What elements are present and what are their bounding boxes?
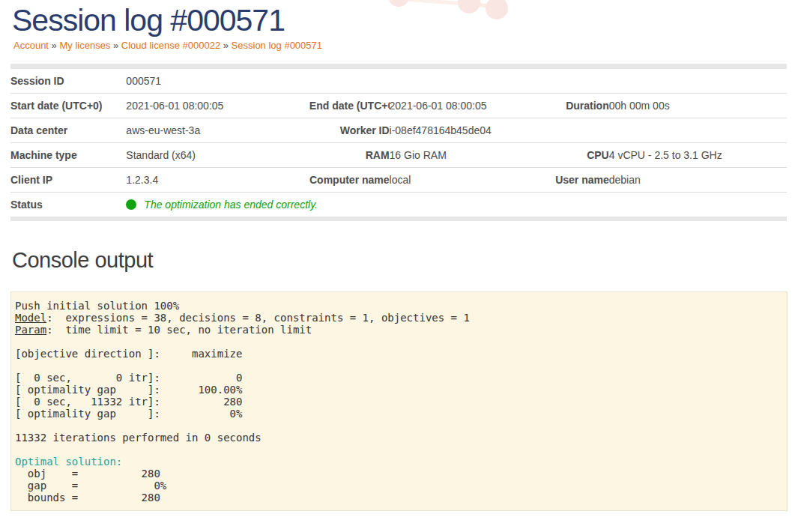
breadcrumb-separator: » bbox=[110, 40, 121, 51]
field-value: 1.2.3.4 bbox=[126, 168, 309, 193]
field-label: Data center bbox=[10, 118, 126, 143]
table-row: Start date (UTC+0)2021-06-01 08:00:05End… bbox=[10, 94, 787, 118]
field-value: 00h 00m 00s bbox=[609, 94, 787, 118]
field-label: Client IP bbox=[10, 168, 126, 193]
table-row: Data centeraws-eu-west-3aWorker IDi-08ef… bbox=[10, 118, 787, 143]
console-text: Push initial solution 100% bbox=[15, 300, 179, 312]
field-label: Duration bbox=[534, 94, 608, 118]
console-text: [objective direction ]: maximize bbox=[15, 348, 242, 360]
console-highlight-text: Optimal solution: bbox=[15, 456, 122, 468]
field-label: Machine type bbox=[10, 143, 126, 168]
field-label: End date (UTC+0) bbox=[309, 94, 390, 118]
console-text: [ optimality gap ]: 0% bbox=[15, 408, 242, 420]
field-label: Status bbox=[10, 193, 126, 220]
field-value: 2021-06-01 08:00:05 bbox=[390, 94, 535, 118]
breadcrumb-link-1[interactable]: Account bbox=[13, 40, 49, 51]
field-value: i-08ef478164b45de04 bbox=[390, 118, 787, 143]
field-value: Standard (x64) bbox=[126, 143, 309, 168]
table-row: Machine typeStandard (x64)RAM16 Gio RAMC… bbox=[10, 143, 787, 168]
status-message: The optimization has ended correctly. bbox=[144, 199, 318, 211]
field-label: Start date (UTC+0) bbox=[10, 94, 126, 118]
breadcrumb-separator: » bbox=[220, 40, 231, 51]
console-output: Push initial solution 100% Model: expres… bbox=[10, 291, 788, 511]
console-text: : time limit = 10 sec, no iteration limi… bbox=[46, 324, 312, 336]
breadcrumb-link-2[interactable]: My licenses bbox=[59, 40, 110, 51]
field-value: debian bbox=[609, 168, 787, 193]
field-label: RAM bbox=[309, 143, 390, 168]
table-row: Client IP1.2.3.4Computer namelocalUser n… bbox=[10, 168, 787, 193]
console-text: Model bbox=[15, 312, 46, 324]
field-value: 16 Gio RAM bbox=[390, 143, 535, 168]
field-value: 2021-06-01 08:00:05 bbox=[126, 94, 309, 118]
table-row: Session ID000571 bbox=[10, 67, 787, 94]
breadcrumb: Account » My licenses » Cloud license #0… bbox=[13, 40, 798, 51]
status-ok-icon bbox=[126, 199, 136, 210]
console-text: [ 0 sec, 11332 itr]: 280 bbox=[15, 396, 242, 408]
console-text: [ 0 sec, 0 itr]: 0 bbox=[15, 372, 242, 384]
breadcrumb-separator: » bbox=[49, 40, 59, 51]
field-label: User name bbox=[534, 168, 608, 193]
console-text: gap = 0% bbox=[15, 480, 166, 492]
console-text: : expressions = 38, decisions = 8, const… bbox=[46, 312, 470, 324]
field-label: Worker ID bbox=[309, 118, 390, 143]
field-label: CPU bbox=[534, 143, 608, 168]
field-value: aws-eu-west-3a bbox=[126, 118, 309, 143]
field-label: Session ID bbox=[10, 67, 126, 94]
page-title: Session log #000571 bbox=[12, 3, 798, 38]
console-text: [ optimality gap ]: 100.00% bbox=[15, 384, 242, 396]
console-text: obj = 280 bbox=[15, 468, 160, 480]
field-value: local bbox=[390, 168, 535, 193]
console-output-title: Console output bbox=[12, 249, 798, 273]
console-text: bounds = 280 bbox=[15, 492, 160, 504]
breadcrumb-link-3[interactable]: Cloud license #000022 bbox=[121, 40, 220, 51]
session-details-table: Session ID000571Start date (UTC+0)2021-0… bbox=[10, 64, 787, 221]
field-label: Computer name bbox=[309, 168, 390, 193]
field-value: 000571 bbox=[126, 67, 787, 94]
breadcrumb-link-4[interactable]: Session log #000571 bbox=[232, 40, 322, 51]
table-row: StatusThe optimization has ended correct… bbox=[10, 193, 787, 220]
field-value: 4 vCPU - 2.5 to 3.1 GHz bbox=[609, 143, 787, 168]
console-text: 11332 iterations performed in 0 seconds bbox=[15, 432, 262, 444]
console-text: Param bbox=[15, 324, 46, 336]
status-cell: The optimization has ended correctly. bbox=[126, 193, 787, 220]
